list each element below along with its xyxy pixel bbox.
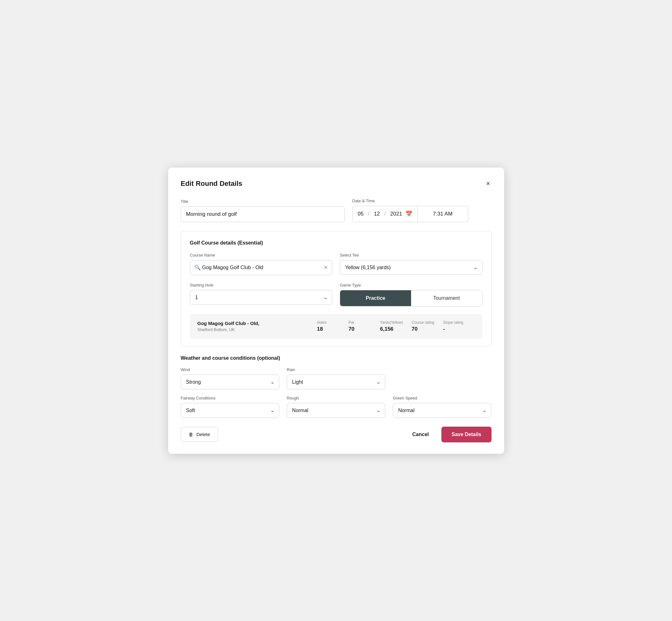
- rough-dropdown[interactable]: Normal: [287, 403, 385, 418]
- slope-rating-label: Slope rating: [443, 320, 463, 325]
- weather-section-title: Weather and course conditions (optional): [181, 355, 492, 361]
- course-input-wrapper: 🔍 ✕: [190, 260, 333, 275]
- starting-hole-field-group: Starting Hole 1 ⌄: [190, 283, 333, 306]
- green-speed-dropdown[interactable]: Normal: [393, 403, 491, 418]
- fairway-rough-green-row: Fairway Conditions Soft ⌄ Rough Normal ⌄: [181, 396, 492, 418]
- par-value: 70: [349, 326, 354, 332]
- fairway-wrapper: Soft ⌄: [181, 403, 279, 418]
- slope-rating-value: -: [443, 326, 445, 332]
- game-type-toggle: Practice Tournament: [340, 290, 482, 306]
- course-info-name: Gog Magog Golf Club - Old,: [198, 321, 308, 326]
- green-speed-wrapper: Normal ⌄: [393, 403, 491, 418]
- date-year: 2021: [390, 211, 402, 217]
- date-field[interactable]: 05 / 12 / 2021 📅: [352, 206, 418, 222]
- golf-course-section: Golf Course details (Essential) Course N…: [181, 231, 492, 346]
- title-input[interactable]: [181, 206, 345, 222]
- course-info-card: Gog Magog Golf Club - Old, Shelford Bott…: [190, 314, 482, 339]
- wind-label: Wind: [181, 367, 279, 372]
- starting-hole-label: Starting Hole: [190, 283, 333, 287]
- holes-value: 18: [317, 326, 323, 332]
- select-tee-label: Select Tee: [340, 253, 482, 257]
- close-button[interactable]: ×: [485, 179, 492, 189]
- course-stats: Holes 18 Par 70 Yards(Yellow) 6,156 Cour…: [308, 320, 474, 332]
- course-rating-label: Course rating: [412, 320, 434, 325]
- tournament-button[interactable]: Tournament: [411, 290, 482, 306]
- delete-label: Delete: [197, 432, 210, 437]
- calendar-icon[interactable]: 📅: [406, 210, 412, 217]
- modal-title: Edit Round Details: [181, 179, 243, 188]
- top-fields: Title Date & Time 05 / 12 / 2021 📅 7:31 …: [181, 199, 492, 222]
- delete-button[interactable]: 🗑 Delete: [181, 427, 218, 442]
- cancel-button[interactable]: Cancel: [407, 427, 434, 442]
- select-tee-field-group: Select Tee Yellow (6,156 yards) ⌄: [340, 253, 482, 275]
- rough-label: Rough: [287, 396, 385, 401]
- stat-par: Par 70: [349, 320, 380, 332]
- title-field-group: Title: [181, 199, 345, 222]
- stat-holes: Holes 18: [317, 320, 349, 332]
- wind-wrapper: Strong ⌄: [181, 375, 279, 389]
- datetime-field-group: Date & Time 05 / 12 / 2021 📅 7:31 AM: [352, 199, 468, 222]
- search-icon: 🔍: [194, 264, 201, 271]
- wind-field-group: Wind Strong ⌄: [181, 367, 279, 389]
- footer-actions: 🗑 Delete Cancel Save Details: [181, 427, 492, 443]
- date-day: 12: [374, 211, 380, 217]
- course-name-label: Course Name: [190, 253, 333, 257]
- stat-yards: Yards(Yellow) 6,156: [380, 320, 412, 332]
- holes-label: Holes: [317, 320, 327, 325]
- time-value: 7:31 AM: [433, 211, 452, 217]
- footer-right: Cancel Save Details: [407, 427, 492, 443]
- par-label: Par: [349, 320, 354, 325]
- date-sep2: /: [384, 211, 386, 217]
- clear-icon[interactable]: ✕: [324, 264, 328, 271]
- select-tee-dropdown[interactable]: Yellow (6,156 yards): [340, 260, 482, 275]
- stat-course-rating: Course rating 70: [412, 320, 443, 332]
- date-month: 05: [358, 211, 364, 217]
- yards-label: Yards(Yellow): [380, 320, 403, 325]
- course-rating-value: 70: [412, 326, 418, 332]
- course-info-name-block: Gog Magog Golf Club - Old, Shelford Bott…: [198, 321, 308, 332]
- rain-wrapper: Light ⌄: [287, 375, 385, 389]
- fairway-field-group: Fairway Conditions Soft ⌄: [181, 396, 279, 418]
- rough-wrapper: Normal ⌄: [287, 403, 385, 418]
- course-name-input[interactable]: [190, 260, 333, 275]
- green-speed-label: Green Speed: [393, 396, 491, 401]
- select-tee-wrapper: Yellow (6,156 yards) ⌄: [340, 260, 482, 275]
- practice-button[interactable]: Practice: [340, 290, 411, 306]
- wind-dropdown[interactable]: Strong: [181, 375, 279, 389]
- fairway-dropdown[interactable]: Soft: [181, 403, 279, 418]
- rain-label: Rain: [287, 367, 385, 372]
- starting-hole-gametype-row: Starting Hole 1 ⌄ Game Type Practice Tou…: [190, 283, 482, 306]
- starting-hole-dropdown[interactable]: 1: [190, 290, 333, 305]
- title-label: Title: [181, 199, 345, 204]
- datetime-label: Date & Time: [352, 199, 468, 203]
- starting-hole-wrapper: 1 ⌄: [190, 290, 333, 305]
- green-speed-field-group: Green Speed Normal ⌄: [393, 396, 491, 418]
- date-sep1: /: [368, 211, 370, 217]
- course-name-tee-row: Course Name 🔍 ✕ Select Tee Yellow (6,156…: [190, 253, 482, 275]
- stat-slope-rating: Slope rating -: [443, 320, 475, 332]
- edit-round-modal: Edit Round Details × Title Date & Time 0…: [168, 168, 504, 454]
- course-name-field-group: Course Name 🔍 ✕: [190, 253, 333, 275]
- golf-course-section-title: Golf Course details (Essential): [190, 240, 482, 246]
- game-type-field-group: Game Type Practice Tournament: [340, 283, 482, 306]
- yards-value: 6,156: [380, 326, 394, 332]
- game-type-label: Game Type: [340, 283, 482, 287]
- time-field[interactable]: 7:31 AM: [418, 206, 468, 222]
- save-button[interactable]: Save Details: [442, 427, 491, 443]
- rain-dropdown[interactable]: Light: [287, 375, 385, 389]
- course-info-location: Shelford Bottom, UK: [198, 327, 308, 332]
- weather-section: Weather and course conditions (optional)…: [181, 355, 492, 418]
- modal-header: Edit Round Details ×: [181, 179, 492, 189]
- date-time-group: 05 / 12 / 2021 📅 7:31 AM: [352, 206, 468, 222]
- fairway-label: Fairway Conditions: [181, 396, 279, 401]
- wind-rain-row: Wind Strong ⌄ Rain Light ⌄: [181, 367, 492, 389]
- trash-icon: 🗑: [189, 432, 194, 437]
- rain-field-group: Rain Light ⌄: [287, 367, 385, 389]
- rough-field-group: Rough Normal ⌄: [287, 396, 385, 418]
